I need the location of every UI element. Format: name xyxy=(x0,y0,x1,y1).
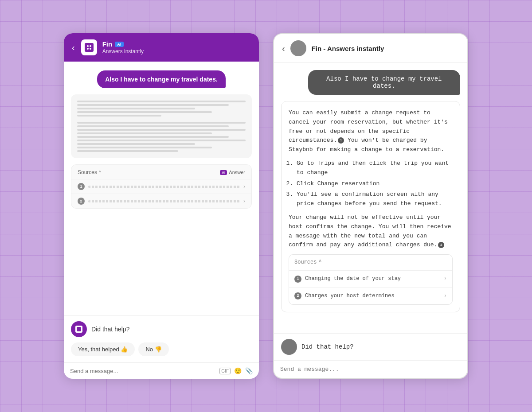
bot-step-1: Go to Trips and then click the trip you … xyxy=(297,159,453,178)
source-chevron-icon-2: › xyxy=(243,198,245,204)
squiggle xyxy=(77,129,246,131)
logo-dot xyxy=(90,45,91,47)
right-sources-label: Sources ^ xyxy=(294,258,322,267)
right-header: ‹ Fin - Answers instantly xyxy=(274,34,467,63)
left-chat-panel: ‹ Fin AI Answers instantly Also I have t… xyxy=(64,33,259,379)
right-footer: Did that help? xyxy=(274,333,467,360)
yes-feedback-button[interactable]: Yes, that helped 👍 xyxy=(71,342,135,356)
left-logo xyxy=(81,39,97,55)
bot-para-1: You can easily submit a change request t… xyxy=(289,109,453,155)
right-sources-header: Sources ^ xyxy=(289,255,452,270)
ai-badge: AI xyxy=(115,42,124,47)
bot-step-3: You'll see a confirmation screen with an… xyxy=(297,190,453,209)
fin-logo-icon xyxy=(85,43,94,52)
squiggle-block-1 xyxy=(77,101,246,117)
right-user-message: Also I have to change my travel dates. xyxy=(308,70,460,95)
did-help-text: Did that help? xyxy=(91,326,129,333)
sources-label: Sources ^ xyxy=(78,169,101,175)
source-num-2: 2 xyxy=(78,198,85,205)
no-feedback-button[interactable]: No 👎 xyxy=(138,342,168,356)
logo-dot xyxy=(87,48,89,50)
squiggle xyxy=(77,136,229,138)
left-message-input[interactable] xyxy=(70,368,216,374)
squiggle xyxy=(77,122,246,124)
squiggle xyxy=(77,150,178,152)
left-body: Also I have to change my travel dates. xyxy=(64,62,259,315)
footnote-1: 1 xyxy=(338,137,344,144)
left-input-bar: GIF 🙂 📎 xyxy=(64,362,259,379)
bot-para-2: Your change will not be effective until … xyxy=(289,213,453,250)
right-chat-panel: ‹ Fin - Answers instantly Also I have to… xyxy=(273,33,468,379)
right-footer-avatar xyxy=(281,339,297,355)
left-header-info: Fin AI Answers instantly xyxy=(102,40,251,54)
input-icons: GIF 🙂 📎 xyxy=(219,367,253,374)
bot-para-2-text: Your change will not be effective until … xyxy=(289,214,451,248)
right-body: Also I have to change my travel dates. Y… xyxy=(274,63,467,333)
source-chevron-icon-1: › xyxy=(243,183,245,190)
ai-badge-small: AI xyxy=(220,170,227,175)
right-source-chevron-1: › xyxy=(444,275,447,283)
right-source-num-2: 2 xyxy=(294,292,301,299)
squiggle xyxy=(77,125,229,127)
footnote-2: 2 xyxy=(438,242,444,248)
bot-step-2: Click Change reservation xyxy=(297,179,453,189)
right-did-help-text: Did that help? xyxy=(301,343,354,350)
bot-avatar-icon xyxy=(75,326,82,333)
right-source-chevron-2: › xyxy=(444,292,447,300)
squiggle xyxy=(77,115,161,117)
left-bot-name: Fin AI xyxy=(102,40,251,48)
squiggle xyxy=(77,143,195,145)
ai-answer-badge: AI Answer xyxy=(220,170,245,175)
right-sources-text: Sources xyxy=(294,258,317,267)
logo-dots xyxy=(87,45,91,50)
left-bot-subtitle: Answers instantly xyxy=(102,48,251,54)
right-source-item-1[interactable]: 1 Changing the date of your stay › xyxy=(289,270,452,287)
sources-section: Sources ^ AI Answer 1 › 2 › xyxy=(71,164,252,209)
feedback-buttons: Yes, that helped 👍 No 👎 xyxy=(64,342,259,362)
squiggle xyxy=(77,101,246,102)
squiggle xyxy=(77,104,229,106)
right-source-item-2[interactable]: 2 Charges your host determines › xyxy=(289,288,452,304)
right-input-bar xyxy=(274,360,467,378)
logo-dot xyxy=(90,48,91,50)
source-item-1[interactable]: 1 › xyxy=(71,179,251,194)
squiggle xyxy=(77,108,195,109)
sources-chevron-icon[interactable]: ^ xyxy=(99,170,101,175)
bot-icon-inner xyxy=(77,327,81,331)
source-squiggle-2 xyxy=(88,200,240,202)
right-back-button[interactable]: ‹ xyxy=(282,43,285,54)
left-header: ‹ Fin AI Answers instantly xyxy=(64,33,259,62)
squiggle xyxy=(77,147,212,148)
right-bot-response: You can easily submit a change request t… xyxy=(281,101,460,312)
user-message-bubble: Also I have to change my travel dates. xyxy=(97,70,226,88)
bot-footer: Did that help? xyxy=(64,315,259,342)
bot-steps-list: Go to Trips and then click the trip you … xyxy=(289,159,453,209)
squiggle xyxy=(77,140,246,141)
right-bot-name: Fin - Answers instantly xyxy=(312,45,384,52)
source-num-1: 1 xyxy=(78,183,85,190)
gif-icon[interactable]: GIF xyxy=(219,368,231,374)
squiggle-block-2 xyxy=(77,122,246,152)
attach-icon[interactable]: 📎 xyxy=(245,367,253,374)
bot-response-left xyxy=(71,94,252,158)
squiggle xyxy=(77,111,212,113)
right-source-text-2: Charges your host determines xyxy=(305,292,440,300)
emoji-icon[interactable]: 🙂 xyxy=(234,367,242,374)
source-item-2[interactable]: 2 › xyxy=(71,194,251,208)
answer-label: Answer xyxy=(229,170,245,175)
bot-avatar-small xyxy=(71,321,87,337)
source-squiggle-1 xyxy=(88,186,240,188)
right-bot-avatar xyxy=(290,40,306,56)
sources-text: Sources xyxy=(78,169,97,175)
logo-dot xyxy=(87,45,89,47)
right-message-input[interactable] xyxy=(280,366,461,373)
right-sources-chevron-icon[interactable]: ^ xyxy=(318,258,321,267)
left-back-button[interactable]: ‹ xyxy=(72,43,75,53)
bot-name-text: Fin xyxy=(102,40,113,48)
squiggle xyxy=(77,132,212,134)
sources-header: Sources ^ AI Answer xyxy=(71,165,251,179)
right-source-num-1: 1 xyxy=(294,276,301,283)
right-sources-section: Sources ^ 1 Changing the date of your st… xyxy=(289,254,453,305)
right-source-text-1: Changing the date of your stay xyxy=(305,275,440,283)
